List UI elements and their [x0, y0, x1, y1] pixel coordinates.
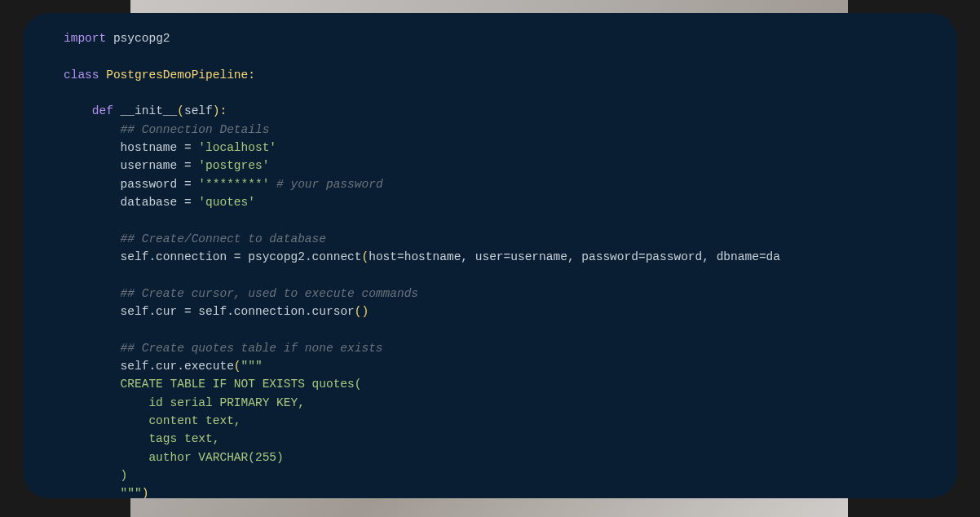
code-line-26: """)	[64, 484, 916, 498]
code-line-13: self.connection = psycopg2.connect(host=…	[64, 248, 916, 266]
code-line-blank	[64, 211, 916, 229]
code-line-blank	[64, 84, 916, 102]
code-line-22: content text,	[64, 412, 916, 430]
code-line-7: hostname = 'localhost'	[64, 139, 916, 157]
code-line-6: ## Connection Details	[64, 121, 916, 139]
code-block: import psycopg2 class PostgresDemoPipeli…	[23, 13, 957, 498]
code-line-21: id serial PRIMARY KEY,	[64, 394, 916, 412]
code-line-16: self.cur = self.connection.cursor()	[64, 303, 916, 320]
code-line-1: import psycopg2	[64, 29, 916, 47]
code-line-15: ## Create cursor, used to execute comman…	[64, 285, 916, 303]
code-line-10: database = 'quotes'	[64, 193, 916, 211]
code-line-24: author VARCHAR(255)	[64, 449, 916, 466]
code-line-9: password = '********' # your password	[64, 175, 916, 193]
code-line-20: CREATE TABLE IF NOT EXISTS quotes(	[64, 375, 916, 393]
code-line-25: )	[64, 466, 916, 484]
code-line-blank	[64, 47, 916, 65]
code-line-blank	[64, 266, 916, 284]
code-line-18: ## Create quotes table if none exists	[64, 339, 916, 357]
code-line-23: tags text,	[64, 430, 916, 448]
code-line-blank	[64, 320, 916, 338]
code-line-12: ## Create/Connect to database	[64, 230, 916, 248]
code-line-3: class PostgresDemoPipeline:	[64, 66, 916, 84]
code-line-19: self.cur.execute("""	[64, 357, 916, 375]
code-line-8: username = 'postgres'	[64, 157, 916, 175]
code-line-5: def __init__(self):	[64, 102, 916, 120]
